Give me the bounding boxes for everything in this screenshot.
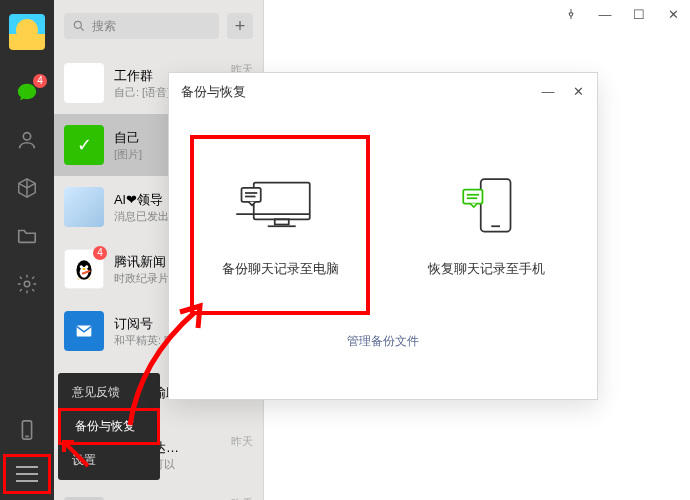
chat-avatar: 4 xyxy=(64,249,104,289)
nav-phone[interactable] xyxy=(11,414,43,446)
chat-item[interactable]: 主1群 昨天 xyxy=(54,486,263,500)
svg-point-9 xyxy=(85,265,88,268)
menu-settings[interactable]: 设置 xyxy=(58,445,160,476)
chat-avatar xyxy=(64,311,104,351)
more-menu: 意见反馈 备份与恢复 设置 xyxy=(58,373,160,480)
gear-icon xyxy=(16,273,38,295)
chat-time: 昨天 xyxy=(231,496,253,500)
svg-point-8 xyxy=(80,265,83,268)
svg-rect-23 xyxy=(463,190,482,204)
backup-restore-dialog: 备份与恢复 — ✕ 备份聊天记录至电脑 xyxy=(168,72,598,400)
monitor-icon xyxy=(235,172,325,242)
nav-moments[interactable] xyxy=(11,268,43,300)
pin-icon xyxy=(565,8,577,20)
add-button[interactable]: + xyxy=(227,13,253,39)
card-label: 备份聊天记录至电脑 xyxy=(222,260,339,278)
phone-restore-icon xyxy=(441,172,531,242)
nav-files[interactable] xyxy=(11,220,43,252)
chat-badge: 4 xyxy=(33,74,47,88)
svg-rect-21 xyxy=(481,179,511,232)
card-label: 恢复聊天记录至手机 xyxy=(428,260,545,278)
dialog-minimize-button[interactable]: — xyxy=(533,77,563,105)
nav-contacts[interactable] xyxy=(11,124,43,156)
hamburger-highlight xyxy=(3,454,51,494)
maximize-button[interactable]: ☐ xyxy=(622,0,656,28)
chat-badge: 4 xyxy=(93,246,107,260)
restore-to-phone-card[interactable]: 恢复聊天记录至手机 xyxy=(396,135,576,315)
window-controls: — ☐ ✕ xyxy=(554,0,690,28)
nav-favorites[interactable] xyxy=(11,172,43,204)
menu-button[interactable] xyxy=(10,459,44,489)
mail-icon xyxy=(73,320,95,342)
chat-avatar xyxy=(64,187,104,227)
pin-button[interactable] xyxy=(554,0,588,28)
svg-line-5 xyxy=(81,28,84,31)
nav-chat[interactable]: 4 xyxy=(11,76,43,108)
search-placeholder: 搜索 xyxy=(92,18,116,35)
close-button[interactable]: ✕ xyxy=(656,0,690,28)
backup-to-pc-card[interactable]: 备份聊天记录至电脑 xyxy=(190,135,370,315)
search-input[interactable]: 搜索 xyxy=(64,13,219,39)
menu-feedback[interactable]: 意见反馈 xyxy=(58,377,160,408)
folder-icon xyxy=(16,225,38,247)
menu-backup-restore[interactable]: 备份与恢复 xyxy=(58,408,160,445)
svg-point-1 xyxy=(24,281,30,287)
phone-icon xyxy=(16,419,38,441)
chat-avatar: ✓ xyxy=(64,125,104,165)
svg-point-4 xyxy=(74,21,81,28)
dialog-close-button[interactable]: ✕ xyxy=(563,77,593,105)
avatar[interactable] xyxy=(9,14,45,50)
penguin-icon xyxy=(71,256,97,282)
search-icon xyxy=(72,19,86,33)
svg-point-0 xyxy=(23,133,30,140)
svg-rect-12 xyxy=(77,326,92,337)
cube-icon xyxy=(16,177,38,199)
chat-avatar xyxy=(64,63,104,103)
chat-time: 昨天 xyxy=(231,434,253,449)
nav-rail: 4 xyxy=(0,0,54,500)
contacts-icon xyxy=(16,129,38,151)
manage-backups-link[interactable]: 管理备份文件 xyxy=(347,334,419,348)
svg-rect-18 xyxy=(242,188,261,202)
svg-point-10 xyxy=(82,268,85,270)
svg-rect-16 xyxy=(275,219,289,224)
minimize-button[interactable]: — xyxy=(588,0,622,28)
